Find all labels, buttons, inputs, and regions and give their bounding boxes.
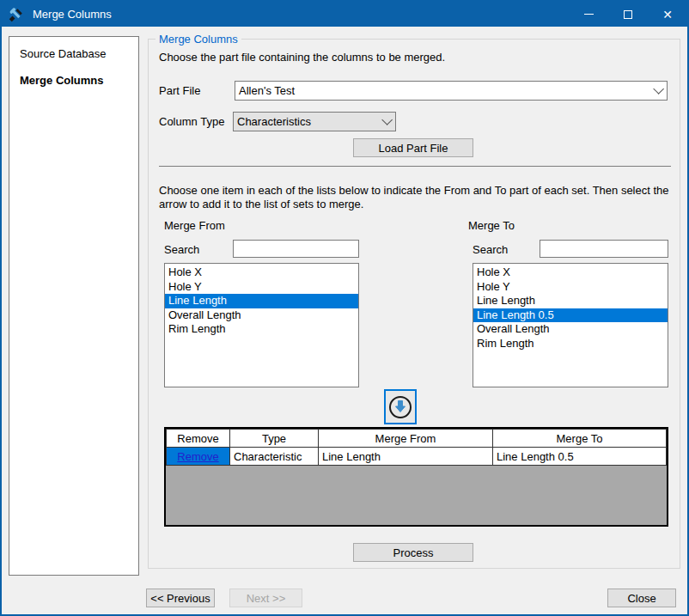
merge-to-search-label: Search [473, 243, 508, 256]
merge-sets-table: Remove Type Merge From Merge To RemoveCh… [164, 427, 668, 527]
merge-from-label: Merge From [164, 219, 225, 232]
tools-app-icon [9, 7, 24, 22]
column-type-value: Characteristics [237, 115, 311, 128]
intro-text: Choose the part file containing the colu… [159, 51, 445, 64]
list-item[interactable]: Overall Length [473, 322, 668, 337]
list-item[interactable]: Hole X [473, 265, 668, 280]
load-part-file-button[interactable]: Load Part File [353, 138, 473, 157]
remove-link[interactable]: Remove [177, 450, 218, 463]
merge-from-search-input[interactable] [233, 240, 359, 258]
part-file-label: Part File [159, 84, 200, 97]
header-merge-to: Merge To [493, 430, 667, 448]
list-item[interactable]: Overall Length [165, 308, 358, 323]
separator-line [159, 166, 671, 167]
merge-to-listbox[interactable]: Hole XHole YLine LengthLine Length 0.5Ov… [473, 263, 668, 387]
previous-button[interactable]: << Previous [146, 589, 215, 607]
list-item[interactable]: Hole Y [165, 280, 358, 295]
maximize-icon [624, 10, 632, 19]
add-merge-set-button[interactable] [384, 389, 417, 424]
merge-columns-groupbox: Merge Columns Choose the part file conta… [148, 39, 680, 569]
circled-down-arrow-icon [388, 395, 412, 419]
column-type-combobox[interactable]: Characteristics [233, 112, 396, 131]
maximize-button[interactable] [608, 2, 648, 27]
merge-to-cell: Line Length 0.5 [493, 448, 667, 466]
column-type-label: Column Type [159, 115, 224, 128]
minimize-icon [584, 14, 594, 15]
groupbox-title: Merge Columns [155, 33, 241, 46]
close-icon: ✕ [662, 9, 673, 21]
part-file-value: Allen's Test [239, 84, 295, 97]
list-item[interactable]: Line Length 0.5 [473, 308, 668, 323]
header-remove: Remove [167, 430, 230, 448]
part-file-combobox[interactable]: Allen's Test [235, 81, 668, 101]
table-header-row: Remove Type Merge From Merge To [167, 430, 667, 448]
header-merge-from: Merge From [319, 430, 493, 448]
list-item[interactable]: Line Length [473, 294, 668, 308]
merge-columns-window: Merge Columns ✕ Source Database Merge Co… [0, 0, 689, 616]
chevron-down-icon [653, 83, 664, 95]
next-button[interactable]: Next >> [229, 589, 302, 607]
merge-to-label: Merge To [468, 219, 515, 232]
header-type: Type [230, 430, 319, 448]
merge-from-listbox[interactable]: Hole XHole YLine LengthOverall LengthRim… [164, 263, 359, 387]
remove-cell: Remove [167, 448, 230, 466]
list-item[interactable]: Rim Length [165, 322, 358, 337]
close-window-button[interactable]: ✕ [648, 2, 687, 27]
titlebar: Merge Columns ✕ [2, 2, 687, 27]
process-button[interactable]: Process [353, 543, 473, 562]
merge-from-cell: Line Length [319, 448, 493, 466]
type-cell: Characteristic [230, 448, 319, 466]
sidebar-item-merge-columns[interactable]: Merge Columns [9, 62, 138, 88]
list-item[interactable]: Hole X [165, 265, 358, 280]
close-button[interactable]: Close [607, 589, 676, 607]
sidebar-item-source-database[interactable]: Source Database [9, 37, 138, 62]
list-item[interactable]: Rim Length [473, 337, 668, 351]
chevron-down-icon [381, 114, 393, 125]
merge-to-search-input[interactable] [540, 240, 668, 258]
list-item[interactable]: Line Length [165, 294, 358, 308]
instructions-text: Choose one item in each of the lists bel… [159, 184, 671, 211]
window-title: Merge Columns [33, 8, 112, 21]
list-item[interactable]: Hole Y [473, 280, 668, 295]
table-row: RemoveCharacteristicLine LengthLine Leng… [167, 448, 667, 466]
sidebar-nav: Source Database Merge Columns [9, 36, 139, 576]
minimize-button[interactable] [569, 2, 608, 27]
merge-from-search-label: Search [164, 243, 199, 256]
